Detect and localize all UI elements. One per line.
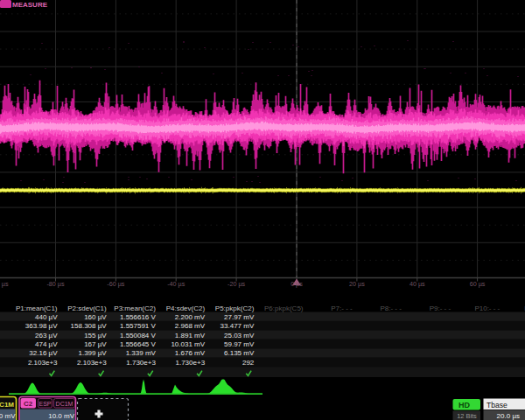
- svg-text:27.97 mV: 27.97 mV: [224, 313, 255, 321]
- svg-text:P5:pkpk(C2): P5:pkpk(C2): [215, 304, 255, 312]
- svg-text:1.556645 V: 1.556645 V: [120, 340, 157, 348]
- svg-text:40 µs: 40 µs: [410, 280, 425, 288]
- svg-text:HD: HD: [458, 401, 470, 410]
- svg-text:P6:pkpk(C5): P6:pkpk(C5): [264, 304, 304, 312]
- svg-text:1.399 µV: 1.399 µV: [79, 349, 108, 357]
- svg-text:363.98 µV: 363.98 µV: [25, 322, 58, 330]
- svg-text:P4:sdev(C2): P4:sdev(C2): [166, 304, 206, 312]
- svg-text:P8:- - -: P8:- - -: [380, 304, 402, 312]
- svg-text:1.730e+3: 1.730e+3: [126, 359, 156, 367]
- svg-text:P3:mean(C2): P3:mean(C2): [114, 304, 156, 312]
- svg-text:158.308 µV: 158.308 µV: [71, 322, 108, 330]
- svg-text:-60 µs: -60 µs: [107, 280, 125, 288]
- svg-text:20 µs: 20 µs: [349, 280, 365, 288]
- svg-text:32.16 µV: 32.16 µV: [29, 349, 58, 357]
- svg-text:474 µV: 474 µV: [35, 340, 58, 348]
- svg-text:C1M: C1M: [0, 401, 14, 409]
- svg-text:1.557591 V: 1.557591 V: [120, 322, 157, 330]
- svg-text:2.200 mV: 2.200 mV: [175, 313, 206, 321]
- svg-text:292: 292: [242, 359, 255, 367]
- svg-text:DC1M: DC1M: [56, 401, 74, 407]
- svg-text:ESP: ESP: [38, 401, 51, 407]
- svg-text:P2:sdev(C1): P2:sdev(C1): [67, 304, 107, 312]
- svg-text:160 µV: 160 µV: [84, 313, 107, 321]
- svg-text:1.676 mV: 1.676 mV: [175, 349, 206, 357]
- svg-text:-40 µs: -40 µs: [167, 280, 186, 288]
- svg-text:155 µV: 155 µV: [84, 332, 107, 340]
- svg-text:263 µV: 263 µV: [35, 332, 58, 340]
- svg-text:1.891 mV: 1.891 mV: [175, 332, 206, 340]
- svg-text:33.477 mV: 33.477 mV: [220, 322, 255, 330]
- svg-text:1.339 mV: 1.339 mV: [126, 349, 157, 357]
- svg-text:0 µs: 0 µs: [290, 280, 303, 288]
- svg-text:0 mV: 0 mV: [0, 412, 16, 420]
- svg-text:20.0 µs: 20.0 µs: [497, 412, 520, 420]
- svg-text:6.135 mV: 6.135 mV: [224, 349, 255, 357]
- svg-text:25.03 mV: 25.03 mV: [224, 332, 255, 340]
- svg-text:10.031 mV: 10.031 mV: [171, 340, 205, 348]
- svg-text:60 µs: 60 µs: [470, 280, 486, 288]
- svg-text:1.550084 V: 1.550084 V: [120, 332, 157, 340]
- svg-text:P1:mean(C1): P1:mean(C1): [16, 304, 58, 312]
- svg-text:1.556616 V: 1.556616 V: [120, 313, 157, 321]
- svg-text:P9:- - -: P9:- - -: [430, 304, 452, 312]
- svg-text:-20 µs: -20 µs: [228, 280, 246, 288]
- svg-text:P7:- - -: P7:- - -: [331, 304, 353, 312]
- svg-text:1.730e+3: 1.730e+3: [176, 359, 206, 367]
- svg-text:C2: C2: [24, 400, 33, 408]
- svg-text:MEASURE: MEASURE: [12, 1, 48, 9]
- svg-text:12 Bits: 12 Bits: [457, 412, 477, 420]
- svg-text:440 µV: 440 µV: [35, 313, 58, 321]
- svg-text:167 µV: 167 µV: [84, 340, 107, 348]
- svg-text:2.103e+3: 2.103e+3: [77, 359, 107, 367]
- svg-text:2.103e+3: 2.103e+3: [28, 359, 58, 367]
- svg-text:P10:- - -: P10:- - -: [474, 304, 500, 312]
- svg-text:-100 µs: -100 µs: [0, 280, 9, 288]
- svg-text:59.97 mV: 59.97 mV: [224, 340, 255, 348]
- svg-text:10.0 mV: 10.0 mV: [48, 412, 74, 420]
- svg-text:Tbase: Tbase: [486, 401, 508, 410]
- svg-text:2.968 mV: 2.968 mV: [175, 322, 206, 330]
- svg-text:-80 µs: -80 µs: [46, 280, 65, 288]
